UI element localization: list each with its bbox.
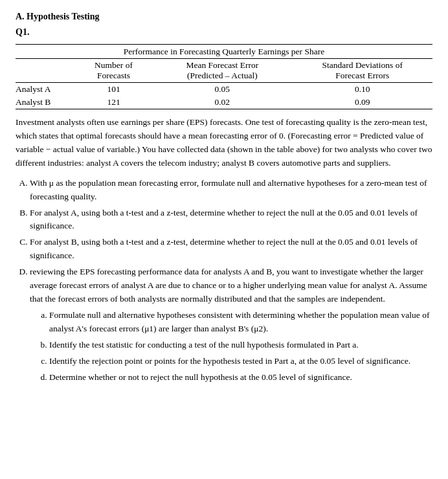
sub-list-item-b: Identify the test statistic for conducti… [49,339,432,352]
col3-header: Standard Deviations of Forecast Errors [293,59,432,83]
col1-header: Number of Forecasts [75,59,152,83]
analyst-a-label: Analyst A [16,83,75,96]
sub-list-item-a: Formulate null and alternative hypothese… [49,309,432,336]
list-item-d: reviewing the EPS forecasting performanc… [30,265,432,384]
list-item-b-text: For analyst A, using both a t-test and a… [30,208,418,231]
table-row: Analyst B 121 0.02 0.09 [16,96,432,109]
intro-paragraph: Investment analysts often use earnings p… [16,116,432,170]
list-item-c: For analyst B, using both a t-test and a… [30,236,432,263]
sub-list-item-c: Identify the rejection point or points f… [49,355,432,368]
table-header-row: Number of Forecasts Mean Forecast Error … [16,59,432,83]
sub-item-a-text: Formulate null and alternative hypothese… [49,310,429,333]
sub-item-b-text: Identify the test statistic for conducti… [49,340,359,350]
list-item-b: For analyst A, using both a t-test and a… [30,206,432,234]
sub-list-item-d: Determine whether or not to reject the n… [49,371,432,384]
col2-header: Mean Forecast Error (Predicted – Actual) [152,59,292,83]
analyst-a-forecasts: 101 [75,83,152,96]
table-row: Analyst A 101 0.05 0.10 [16,83,432,96]
list-item-a: With μ as the population mean forecastin… [30,177,432,204]
sub-item-d-text: Determine whether or not to reject the n… [49,372,352,382]
analyst-b-std-dev: 0.09 [293,96,432,109]
question-label: Q1. [16,27,432,38]
sub-item-c-text: Identify the rejection point or points f… [49,356,410,366]
data-table: Performance in Forecasting Quarterly Ear… [16,44,432,109]
analyst-a-mean-error: 0.05 [152,83,292,96]
sub-list: Formulate null and alternative hypothese… [30,309,432,384]
section-title: A. Hypothesis Testing [16,12,432,22]
list-item-a-text: With μ as the population mean forecastin… [30,178,427,201]
table-body: Analyst A 101 0.05 0.10 Analyst B 121 0.… [16,83,432,109]
table-wrapper: Performance in Forecasting Quarterly Ear… [16,44,432,109]
list-item-d-text: reviewing the EPS forecasting performanc… [30,267,427,304]
analyst-b-forecasts: 121 [75,96,152,109]
analyst-b-label: Analyst B [16,96,75,109]
table-caption-row: Performance in Forecasting Quarterly Ear… [16,45,432,59]
main-list: With μ as the population mean forecastin… [16,177,432,384]
analyst-a-std-dev: 0.10 [293,83,432,96]
table-caption: Performance in Forecasting Quarterly Ear… [16,45,432,59]
list-item-c-text: For analyst B, using both a t-test and a… [30,237,418,260]
analyst-b-mean-error: 0.02 [152,96,292,109]
